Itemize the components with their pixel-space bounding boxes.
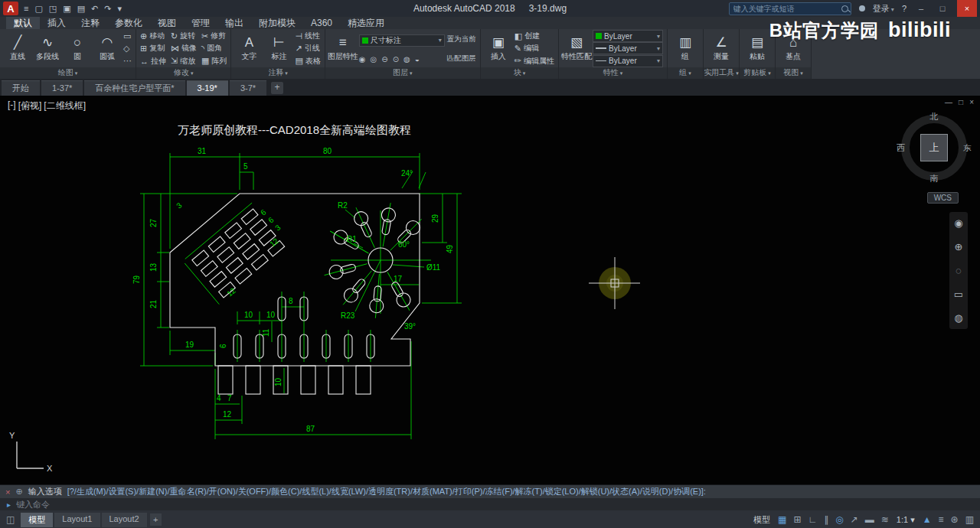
- leader-button[interactable]: ↗引线: [295, 43, 320, 54]
- viewcube-north[interactable]: 北: [930, 111, 939, 122]
- status-icon-7[interactable]: ≋: [881, 514, 889, 525]
- viewport-window-button-1[interactable]: □: [959, 98, 963, 106]
- navbar-icon-0[interactable]: ◉: [954, 218, 962, 228]
- drawing-area[interactable]: 万老师原创教程---CAD2018全新高端绘图教程: [0, 96, 980, 484]
- ribbon-tab-4[interactable]: 视图: [150, 17, 184, 29]
- viewcube-south[interactable]: 南: [930, 173, 939, 184]
- layer-tool-icon-3[interactable]: ⊙: [393, 55, 399, 64]
- navbar-icon-2[interactable]: ◌: [956, 266, 962, 275]
- command-close-icon[interactable]: ×: [5, 487, 10, 497]
- rotate-button[interactable]: ↻旋转: [171, 31, 197, 41]
- quick-access-icon-5[interactable]: ↶: [91, 4, 98, 14]
- add-layout-button[interactable]: +: [150, 513, 162, 526]
- viewport-control-2[interactable]: [二维线框]: [44, 99, 86, 112]
- object-color-dropdown[interactable]: ByLayer: [593, 30, 663, 42]
- command-options[interactable]: [?/生成(M)/设置(S)/新建(N)/重命名(R)/开(ON)/关(OFF)…: [67, 486, 706, 497]
- circle-button[interactable]: ○圆: [64, 30, 91, 67]
- search-box[interactable]: [729, 2, 851, 15]
- panel-label-annotate[interactable]: 注释: [231, 67, 324, 79]
- lineweight-dropdown[interactable]: ByLayer: [593, 42, 663, 54]
- panel-label-modify[interactable]: 修改: [136, 67, 230, 79]
- minimize-button[interactable]: –: [914, 4, 928, 13]
- viewcube-west[interactable]: 西: [897, 142, 905, 154]
- panel-label-layers[interactable]: 图层: [325, 67, 480, 79]
- mirror-button[interactable]: ⋈镜像: [171, 43, 197, 54]
- ribbon-tab-1[interactable]: 插入: [40, 17, 74, 29]
- viewport-control-0[interactable]: [-]: [8, 99, 16, 112]
- insert-block-button[interactable]: ▣插入: [485, 30, 512, 67]
- panel-label-groups[interactable]: 组: [668, 67, 703, 79]
- ribbon-tab-2[interactable]: 注释: [74, 17, 107, 29]
- layer-properties-button[interactable]: ≡图层特性: [329, 30, 357, 67]
- status-icon-4[interactable]: ◎: [835, 514, 843, 525]
- quick-access-icon-6[interactable]: ↷: [104, 4, 111, 14]
- layout-tab-1[interactable]: Layout1: [54, 513, 100, 527]
- stretch-button[interactable]: ↔拉伸: [140, 56, 166, 67]
- panel-label-view[interactable]: 视图: [776, 67, 811, 79]
- edit-attributes-button[interactable]: ✏编辑属性: [514, 56, 554, 67]
- status-icon-b-0[interactable]: ▲: [923, 514, 932, 525]
- status-icon-6[interactable]: ▬: [865, 514, 874, 525]
- viewcube[interactable]: 北 南 西 东 上: [899, 112, 969, 183]
- status-icon-0[interactable]: ▦: [778, 514, 786, 525]
- drawing-viewport[interactable]: 万老师原创教程---CAD2018全新高端绘图教程: [0, 96, 980, 484]
- copy-button[interactable]: ⊞复制: [140, 43, 166, 54]
- layer-tool-icon-0[interactable]: ◉: [359, 55, 366, 64]
- ribbon-tab-3[interactable]: 参数化: [107, 17, 150, 29]
- status-icon-b-1[interactable]: ≡: [939, 514, 944, 525]
- search-input[interactable]: [732, 4, 841, 14]
- panel-label-utilities[interactable]: 实用工具: [704, 67, 739, 79]
- ribbon-tab-6[interactable]: 输出: [217, 17, 251, 29]
- autocad-logo[interactable]: A: [3, 2, 18, 15]
- paste-button[interactable]: ▤粘贴: [743, 30, 771, 67]
- wcs-dropdown[interactable]: WCS: [927, 192, 959, 204]
- viewcube-east[interactable]: 东: [963, 142, 972, 154]
- group-button[interactable]: ▥组: [671, 30, 699, 67]
- scale-button[interactable]: ⇲缩放: [171, 56, 197, 67]
- trim-button[interactable]: ✂修剪: [201, 31, 227, 41]
- viewport-window-button-2[interactable]: ×: [969, 98, 974, 106]
- help-button[interactable]: ?: [902, 4, 906, 13]
- maximize-button[interactable]: □: [936, 4, 949, 13]
- navbar-icon-3[interactable]: ▭: [954, 289, 963, 299]
- create-block-button[interactable]: ◧创建: [514, 31, 554, 41]
- status-icon-2[interactable]: ∟: [808, 514, 817, 525]
- signin-button[interactable]: 登录: [873, 3, 894, 15]
- file-tab-1[interactable]: 1-37*: [41, 80, 83, 96]
- panel-label-properties[interactable]: 特性: [559, 67, 667, 79]
- layer-tool-icon-5[interactable]: ◒: [415, 55, 420, 64]
- status-icon-1[interactable]: ⊞: [793, 514, 801, 525]
- layout-grid-icon[interactable]: ◫: [6, 514, 15, 525]
- quick-access-icon-1[interactable]: ▢: [34, 4, 42, 14]
- status-icon-3[interactable]: ∥: [824, 514, 828, 525]
- file-tab-0[interactable]: 开始: [2, 80, 40, 96]
- match-layer-button[interactable]: 匹配图层: [447, 54, 476, 63]
- file-tab-4[interactable]: 3-7*: [230, 80, 266, 96]
- file-tab-2[interactable]: 百余种住宅户型平面*: [84, 80, 185, 96]
- command-input-row[interactable]: ▸ 键入命令: [0, 498, 980, 510]
- status-icon-5[interactable]: ↗: [851, 514, 858, 525]
- linear-dim-button[interactable]: ⊣线性: [295, 31, 320, 41]
- linetype-dropdown[interactable]: ByLayer: [593, 55, 663, 67]
- viewport-control-1[interactable]: [俯视]: [18, 99, 42, 112]
- command-input-placeholder[interactable]: 键入命令: [16, 499, 50, 510]
- panel-label-clipboard[interactable]: 剪贴板: [740, 67, 775, 79]
- table-button[interactable]: ▤表格: [295, 56, 320, 67]
- navbar-icon-4[interactable]: ◍: [954, 313, 962, 323]
- close-button[interactable]: ×: [957, 0, 977, 17]
- array-button[interactable]: ▦阵列: [201, 56, 227, 67]
- quick-access-icon-7[interactable]: ▾: [117, 4, 122, 14]
- draw-tool-icon-0[interactable]: ▭: [123, 31, 132, 41]
- annotation-scale[interactable]: 1:1 ▾: [897, 515, 915, 525]
- file-tab-3[interactable]: 3-19*: [187, 80, 228, 96]
- search-icon[interactable]: [841, 5, 848, 12]
- layer-tool-icon-1[interactable]: ◎: [371, 55, 377, 64]
- viewport-window-button-0[interactable]: —: [945, 98, 952, 106]
- panel-label-draw[interactable]: 绘图: [0, 67, 136, 79]
- layout-tab-2[interactable]: Layout2: [102, 513, 147, 527]
- navbar-icon-1[interactable]: ⊕: [955, 242, 963, 252]
- ribbon-tab-8[interactable]: A360: [303, 17, 340, 29]
- text-button[interactable]: A文字: [235, 30, 263, 67]
- draw-tool-icon-1[interactable]: ◇: [123, 44, 132, 54]
- quick-access-icon-4[interactable]: ▤: [77, 4, 85, 14]
